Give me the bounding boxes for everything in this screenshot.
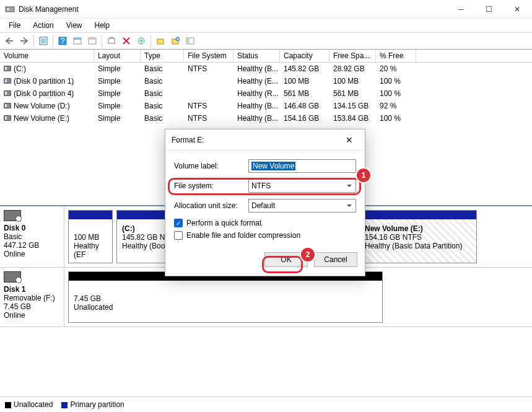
disk-icon xyxy=(4,271,21,283)
legend-primary: Primary partition xyxy=(70,400,124,409)
col-capacity[interactable]: Capacity xyxy=(280,50,329,62)
svg-rect-9 xyxy=(89,38,96,40)
window-title: Disk Management xyxy=(19,5,447,14)
svg-rect-7 xyxy=(74,38,81,40)
toolbar-btn-6[interactable] xyxy=(154,34,167,48)
close-button[interactable]: ✕ xyxy=(503,0,531,18)
titlebar: Disk Management ─ ☐ ✕ xyxy=(0,0,532,19)
annotation-box-2 xyxy=(262,256,303,273)
volume-row[interactable]: New Volume (D:)SimpleBasicNTFSHealthy (B… xyxy=(0,100,532,112)
minimize-button[interactable]: ─ xyxy=(447,0,475,18)
legend: Unallocated Primary partition xyxy=(0,397,532,412)
disk-info[interactable]: Disk 0Basic447.12 GBOnline xyxy=(0,206,64,267)
toolbar-btn-3[interactable] xyxy=(85,34,99,48)
partition[interactable]: 100 MBHealthy (EF xyxy=(68,210,113,263)
volume-row[interactable]: New Volume (E:)SimpleBasicNTFSHealthy (B… xyxy=(0,112,532,125)
dialog-close-button[interactable]: ✕ xyxy=(340,135,359,145)
disk-info[interactable]: Disk 1Removable (F:)7.45 GBOnline xyxy=(0,268,64,327)
back-button[interactable] xyxy=(2,34,16,48)
compression-checkbox[interactable] xyxy=(174,231,183,240)
col-layout[interactable]: Layout xyxy=(94,50,141,62)
volume-label-input[interactable]: New Volume xyxy=(248,159,356,173)
toolbar-btn-7[interactable] xyxy=(168,34,182,48)
menu-help[interactable]: Help xyxy=(90,20,115,31)
col-status[interactable]: Status xyxy=(233,50,280,62)
volume-list[interactable]: (C:)SimpleBasicNTFSHealthy (B...145.82 G… xyxy=(0,63,532,125)
svg-rect-16 xyxy=(186,38,190,44)
callout-2: 2 xyxy=(301,248,315,261)
volume-list-header: Volume Layout Type File System Status Ca… xyxy=(0,50,532,63)
app-icon xyxy=(5,4,15,14)
partition[interactable]: 7.45 GBUnallocated xyxy=(68,271,383,323)
toolbar-btn-5[interactable] xyxy=(134,34,148,48)
toolbar-btn-8[interactable] xyxy=(183,34,197,48)
partition[interactable]: New Volume (E:)154.16 GB NTFSHealthy (Ba… xyxy=(359,210,477,263)
help-icon[interactable]: ? xyxy=(56,34,69,48)
menu-file[interactable]: File xyxy=(4,20,25,31)
svg-text:?: ? xyxy=(61,37,65,45)
svg-rect-12 xyxy=(157,39,164,44)
menu-view[interactable]: View xyxy=(61,20,87,31)
callout-1: 1 xyxy=(357,169,370,182)
toolbar-btn-2[interactable] xyxy=(71,34,84,48)
col-pct[interactable]: % Free xyxy=(376,50,416,62)
disk-row: Disk 1Removable (F:)7.45 GBOnline7.45 GB… xyxy=(0,268,532,327)
maximize-button[interactable]: ☐ xyxy=(475,0,503,18)
allocation-unit-label: Allocation unit size: xyxy=(174,201,248,210)
volume-row[interactable]: (Disk 0 partition 1)SimpleBasicHealthy (… xyxy=(0,75,532,87)
col-fs[interactable]: File System xyxy=(184,50,233,62)
volume-row[interactable]: (Disk 0 partition 4)SimpleBasicHealthy (… xyxy=(0,87,532,100)
menubar: File Action View Help xyxy=(0,19,532,32)
volume-row[interactable]: (C:)SimpleBasicNTFSHealthy (B...145.82 G… xyxy=(0,63,532,75)
svg-rect-1 xyxy=(7,8,9,11)
menu-action[interactable]: Action xyxy=(28,20,58,31)
svg-rect-3 xyxy=(41,38,46,43)
svg-point-14 xyxy=(176,37,180,41)
delete-icon[interactable] xyxy=(120,34,133,48)
volume-label-label: Volume label: xyxy=(174,162,248,170)
svg-rect-10 xyxy=(108,38,115,43)
col-type[interactable]: Type xyxy=(141,50,184,62)
allocation-unit-select[interactable]: Default xyxy=(248,199,356,213)
col-volume[interactable]: Volume xyxy=(0,50,94,62)
dialog-title: Format E: xyxy=(172,136,340,144)
legend-unallocated: Unallocated xyxy=(14,400,53,409)
toolbar-btn-4[interactable] xyxy=(105,34,118,48)
cancel-button[interactable]: Cancel xyxy=(314,252,357,267)
annotation-box-1 xyxy=(168,178,361,195)
toolbar: ? xyxy=(0,32,532,50)
disk-icon xyxy=(4,210,21,221)
col-free[interactable]: Free Spa... xyxy=(329,50,376,62)
forward-button[interactable] xyxy=(17,34,31,48)
format-dialog: Format E: ✕ Volume label: New Volume Fil… xyxy=(165,129,365,276)
toolbar-btn-1[interactable] xyxy=(37,34,50,48)
quick-format-checkbox[interactable]: ✓ xyxy=(174,219,183,227)
quick-format-label: Perform a quick format xyxy=(186,219,261,227)
compression-label: Enable file and folder compression xyxy=(186,231,300,240)
